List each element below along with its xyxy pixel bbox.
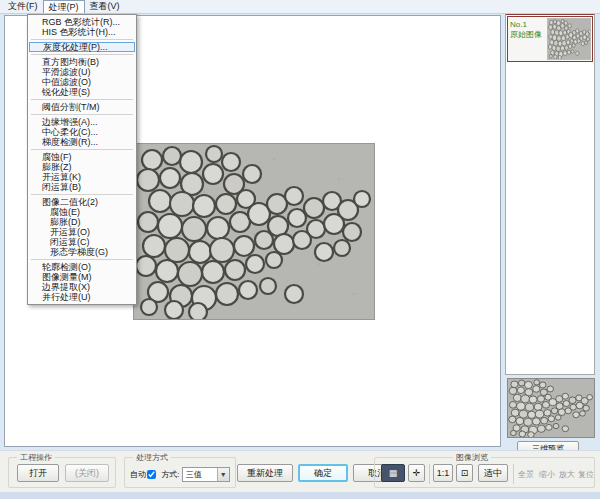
image-tool-button[interactable]: ▦ (381, 464, 405, 482)
reprocess-button[interactable]: 重新处理 (237, 464, 293, 482)
file-group-caption: 工程操作 (17, 453, 55, 462)
menu-item[interactable]: RGB 色彩统计(R)... (28, 17, 136, 27)
reset-button[interactable]: 复位 (578, 469, 594, 480)
bottom-toolbar: 工程操作 打开 (关闭) 处理方式 自动 方式: 三值 ▼ 重新处理 确定 取消… (0, 450, 600, 492)
auto-label: 自动 (130, 470, 146, 479)
sidebar-item-label: No.1 原始图像 (508, 17, 546, 61)
view-group: 图像浏览 ▦ ✛ 1:1 ⊡ 适中 全景 缩小 放大 复位 (374, 457, 595, 488)
ok-button[interactable]: 确定 (298, 464, 348, 482)
view-group-caption: 图像浏览 (453, 453, 491, 462)
sidebar-item-thumbnail (547, 18, 591, 60)
menu-item[interactable]: 中值滤波(O) (28, 77, 136, 87)
menu-item[interactable]: 闭运算(C) (28, 237, 136, 247)
crosshair-tool-button[interactable]: ✛ (408, 464, 425, 482)
dropdown-menu: RGB 色彩统计(R)...HIS 色彩统计(H)...灰度化处理(P)...直… (27, 14, 137, 305)
pan-button[interactable]: 全景 (518, 469, 534, 480)
image-icon: ▦ (389, 468, 398, 478)
menu-item[interactable]: 腐蚀(F) (28, 152, 136, 162)
menu-item[interactable]: 锐化处理(S) (28, 87, 136, 97)
zoom-out-button[interactable]: 缩小 (539, 469, 555, 480)
menu-item[interactable]: 开运算(O) (28, 227, 136, 237)
chevron-down-icon[interactable]: ▼ (217, 468, 229, 481)
menu-separator (31, 39, 133, 40)
mode-group: 处理方式 自动 方式: 三值 ▼ (124, 457, 236, 488)
menu-item[interactable]: 轮廓检测(O) (28, 262, 136, 272)
sidebar-item[interactable]: No.1 原始图像 (507, 16, 593, 62)
one-to-one-button[interactable]: 1:1 (433, 464, 453, 482)
sidebar-item-index: No.1 (510, 20, 545, 30)
file-group: 工程操作 打开 (关闭) (8, 457, 116, 488)
menu-item[interactable]: 边缘增强(A)... (28, 117, 136, 127)
menu-item[interactable]: 并行处理(U) (28, 292, 136, 302)
mode-select-value: 三值 (186, 470, 202, 479)
menu-separator (31, 194, 133, 195)
menu-item[interactable]: 灰度化处理(P)... (29, 42, 135, 52)
menu-item[interactable]: 边界提取(X) (28, 282, 136, 292)
micrograph-image[interactable] (133, 143, 375, 320)
zoom-tool-button[interactable]: ⊡ (456, 464, 473, 482)
menubar-item-process[interactable]: 处理(P) (43, 0, 85, 13)
close-button[interactable]: (关闭) (65, 464, 109, 482)
auto-checkbox[interactable] (147, 470, 156, 479)
menu-item[interactable]: 中心柔化(C)... (28, 127, 136, 137)
open-button[interactable]: 打开 (17, 464, 59, 482)
crosshair-icon: ✛ (413, 468, 421, 478)
menu-item[interactable]: 开运算(K) (28, 172, 136, 182)
mode-group-caption: 处理方式 (133, 453, 171, 462)
mode-select[interactable]: 三值 ▼ (182, 467, 230, 482)
menu-item[interactable]: 直方图均衡(B) (28, 57, 136, 67)
menubar-item-view[interactable]: 查看(V) (85, 0, 125, 13)
menu-item[interactable]: 图像测量(M) (28, 272, 136, 282)
menu-item[interactable]: 梯度检测(R)... (28, 137, 136, 147)
menu-item[interactable]: 阈值分割(T/M) (28, 102, 136, 112)
menu-item[interactable]: 闭运算(B) (28, 182, 136, 192)
zoom-icon: ⊡ (461, 468, 469, 478)
menu-item[interactable]: 膨胀(D) (28, 217, 136, 227)
status-strip (0, 492, 600, 499)
mode-label: 方式: (161, 470, 179, 479)
menu-item[interactable]: 图像二值化(2) (28, 197, 136, 207)
preview-thumbnail[interactable] (507, 378, 595, 438)
menu-item[interactable]: 形态学梯度(G) (28, 247, 136, 257)
menu-separator (31, 99, 133, 100)
menubar-item-file[interactable]: 文件(F) (3, 0, 43, 13)
sidebar-list[interactable] (505, 13, 595, 375)
menu-item[interactable]: 平滑滤波(U) (28, 67, 136, 77)
sidebar-item-name: 原始图像 (510, 30, 545, 40)
menu-separator (31, 149, 133, 150)
menu-item[interactable]: 膨胀(Z) (28, 162, 136, 172)
menu-item[interactable]: HIS 色彩统计(H)... (28, 27, 136, 37)
menu-bar: 文件(F) 处理(P) 查看(V) (0, 0, 600, 14)
fit-button[interactable]: 适中 (478, 464, 508, 482)
menu-separator (31, 114, 133, 115)
menu-separator (31, 54, 133, 55)
menu-separator (31, 259, 133, 260)
zoom-in-button[interactable]: 放大 (559, 469, 575, 480)
menu-item[interactable]: 腐蚀(E) (28, 207, 136, 217)
